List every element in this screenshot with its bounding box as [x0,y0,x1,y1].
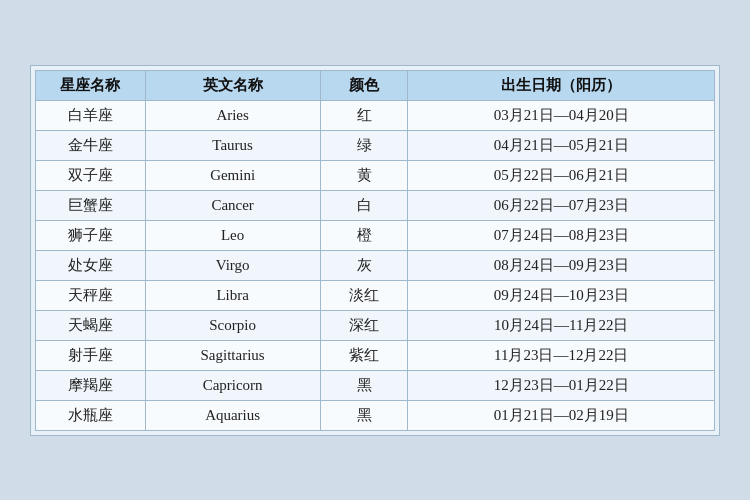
table-row: 白羊座Aries红03月21日—04月20日 [36,100,715,130]
cell-date: 08月24日—09月23日 [408,250,715,280]
table-row: 巨蟹座Cancer白06月22日—07月23日 [36,190,715,220]
cell-en: Aquarius [145,400,320,430]
cell-cn: 射手座 [36,340,146,370]
cell-color: 白 [320,190,408,220]
cell-en: Taurus [145,130,320,160]
cell-en: Gemini [145,160,320,190]
cell-en: Libra [145,280,320,310]
table-header-row: 星座名称 英文名称 颜色 出生日期（阳历） [36,70,715,100]
cell-en: Virgo [145,250,320,280]
header-cn: 星座名称 [36,70,146,100]
cell-date: 10月24日—11月22日 [408,310,715,340]
table-row: 金牛座Taurus绿04月21日—05月21日 [36,130,715,160]
cell-cn: 狮子座 [36,220,146,250]
header-en: 英文名称 [145,70,320,100]
cell-date: 04月21日—05月21日 [408,130,715,160]
cell-cn: 双子座 [36,160,146,190]
cell-en: Scorpio [145,310,320,340]
table-row: 射手座Sagittarius紫红11月23日—12月22日 [36,340,715,370]
cell-color: 灰 [320,250,408,280]
cell-en: Cancer [145,190,320,220]
cell-date: 03月21日—04月20日 [408,100,715,130]
cell-cn: 水瓶座 [36,400,146,430]
cell-date: 06月22日—07月23日 [408,190,715,220]
cell-cn: 巨蟹座 [36,190,146,220]
cell-cn: 天秤座 [36,280,146,310]
table-row: 处女座Virgo灰08月24日—09月23日 [36,250,715,280]
table-row: 双子座Gemini黄05月22日—06月21日 [36,160,715,190]
cell-cn: 摩羯座 [36,370,146,400]
zodiac-table-container: 星座名称 英文名称 颜色 出生日期（阳历） 白羊座Aries红03月21日—04… [30,65,720,436]
cell-date: 12月23日—01月22日 [408,370,715,400]
cell-date: 11月23日—12月22日 [408,340,715,370]
cell-en: Aries [145,100,320,130]
header-color: 颜色 [320,70,408,100]
table-row: 狮子座Leo橙07月24日—08月23日 [36,220,715,250]
cell-cn: 白羊座 [36,100,146,130]
cell-en: Leo [145,220,320,250]
cell-date: 07月24日—08月23日 [408,220,715,250]
header-date: 出生日期（阳历） [408,70,715,100]
table-row: 天秤座Libra淡红09月24日—10月23日 [36,280,715,310]
cell-date: 01月21日—02月19日 [408,400,715,430]
cell-date: 05月22日—06月21日 [408,160,715,190]
table-row: 水瓶座Aquarius黑01月21日—02月19日 [36,400,715,430]
cell-color: 黑 [320,400,408,430]
cell-en: Capricorn [145,370,320,400]
cell-color: 淡红 [320,280,408,310]
cell-color: 黑 [320,370,408,400]
cell-cn: 金牛座 [36,130,146,160]
cell-color: 绿 [320,130,408,160]
table-row: 摩羯座Capricorn黑12月23日—01月22日 [36,370,715,400]
zodiac-table: 星座名称 英文名称 颜色 出生日期（阳历） 白羊座Aries红03月21日—04… [35,70,715,431]
cell-color: 红 [320,100,408,130]
cell-color: 黄 [320,160,408,190]
cell-cn: 天蝎座 [36,310,146,340]
cell-color: 橙 [320,220,408,250]
cell-cn: 处女座 [36,250,146,280]
cell-en: Sagittarius [145,340,320,370]
table-row: 天蝎座Scorpio深红10月24日—11月22日 [36,310,715,340]
cell-date: 09月24日—10月23日 [408,280,715,310]
cell-color: 深红 [320,310,408,340]
cell-color: 紫红 [320,340,408,370]
